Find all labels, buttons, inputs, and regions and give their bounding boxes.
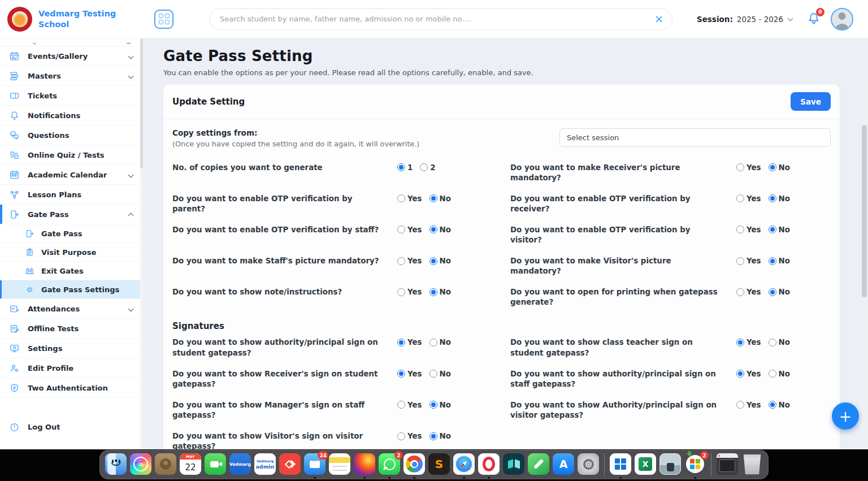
radio-no[interactable]	[429, 401, 437, 409]
finder-dock-icon[interactable]	[105, 453, 127, 475]
settings-row: Do you want to show Manager's sign on st…	[172, 395, 831, 426]
sidebar-item-events-gallery[interactable]: Events/Gallery	[0, 46, 143, 66]
save-button[interactable]: Save	[791, 92, 831, 111]
notifications-bell-icon[interactable]: 0	[807, 11, 821, 27]
sidebar-item-settings[interactable]: Settings	[0, 339, 143, 358]
search-input[interactable]	[209, 8, 672, 30]
firefox-dock-icon[interactable]	[354, 453, 375, 475]
settings-row: Do you want to show Receiver's sign on s…	[172, 363, 831, 395]
vedmarg-dock-icon[interactable]: Vedmarg	[229, 453, 251, 475]
vedmarg-admin-dock-icon[interactable]: Vedmargadmin	[254, 453, 276, 475]
sidebar-item-masters[interactable]: Masters	[0, 66, 143, 86]
sidebar-item-tickets[interactable]: Tickets	[0, 86, 143, 106]
radio-yes[interactable]	[736, 257, 744, 265]
sidebar-item-online-quiz[interactable]: Online Quiz / Tests	[0, 145, 143, 165]
gate-pass-icon	[9, 209, 20, 220]
dock-separator	[711, 453, 711, 476]
session-value[interactable]: 2025 - 2026	[737, 15, 783, 24]
add-fab-button[interactable]: +	[832, 402, 859, 430]
sidebar-item-notifications[interactable]: Notifications	[0, 106, 143, 125]
filmora-dock-icon[interactable]	[503, 453, 524, 475]
calendar-dock-icon[interactable]: MAY22	[180, 453, 201, 475]
radio-yes[interactable]	[397, 194, 405, 202]
photo-window-dock-icon[interactable]	[659, 453, 681, 475]
page-scrollbar[interactable]	[861, 77, 868, 449]
excel-dock-icon[interactable]: X	[635, 453, 656, 475]
radio-yes[interactable]	[736, 163, 744, 171]
system-preferences-dock-icon[interactable]	[578, 453, 599, 475]
sidebar-item-lesson-plans[interactable]: Lesson Plans	[0, 185, 143, 205]
anydesk-dock-icon[interactable]	[279, 453, 301, 475]
radio-copies-2[interactable]	[420, 163, 428, 171]
radio-yes[interactable]	[736, 370, 744, 378]
opera-dock-icon[interactable]	[478, 453, 500, 475]
sidebar-subitem-gate-pass[interactable]: Gate Pass	[0, 224, 143, 243]
mail-dock-icon[interactable]: 24	[304, 453, 326, 475]
contacts-dock-icon[interactable]	[155, 453, 176, 475]
apps-grid-icon[interactable]	[154, 10, 173, 29]
radio-no[interactable]	[429, 288, 437, 296]
radio-yes[interactable]	[397, 288, 405, 296]
radio-no[interactable]	[429, 257, 437, 265]
radio-no[interactable]	[769, 339, 776, 346]
chevron-down-icon	[128, 172, 134, 177]
whatsapp-dock-icon[interactable]: 2	[379, 453, 400, 475]
app-store-dock-icon[interactable]: A	[553, 453, 574, 475]
facetime-dock-icon[interactable]	[205, 453, 226, 475]
radio-yes[interactable]	[397, 401, 405, 409]
radio-no[interactable]	[429, 339, 437, 346]
notes-dock-icon[interactable]	[329, 453, 350, 475]
radio-group-yesno: Yes No	[397, 337, 510, 346]
sidebar-subitem-exit-gates[interactable]: Exit Gates	[0, 262, 143, 280]
radio-yes[interactable]	[736, 401, 744, 409]
clear-search-icon[interactable]: ×	[654, 12, 663, 26]
microsoft-update-dock-icon[interactable]: 2	[684, 453, 706, 475]
select-session-dropdown[interactable]: Select session	[559, 128, 831, 147]
radio-no[interactable]	[769, 163, 776, 171]
radio-copies-1[interactable]	[397, 163, 405, 171]
windows-dock-icon[interactable]	[610, 453, 631, 475]
radio-no[interactable]	[429, 194, 437, 202]
avatar[interactable]	[831, 8, 853, 31]
radio-yes[interactable]	[397, 432, 405, 440]
radio-no[interactable]	[769, 226, 776, 233]
sublime-text-dock-icon[interactable]: S	[428, 453, 450, 475]
radio-yes[interactable]	[736, 226, 744, 233]
page-content: Gate Pass Setting You can enable the opt…	[143, 38, 868, 449]
radio-no[interactable]	[769, 194, 776, 202]
radio-no[interactable]	[769, 401, 776, 409]
sidebar-scrollbar[interactable]	[140, 38, 143, 449]
sidebar-item-logout[interactable]: Log Out	[0, 417, 143, 437]
chrome-dock-icon[interactable]	[403, 453, 425, 475]
radio-no[interactable]	[429, 432, 437, 440]
photos-dock-icon[interactable]: ∞	[130, 453, 151, 475]
radio-yes[interactable]	[397, 339, 405, 346]
evernote-dock-icon[interactable]	[528, 453, 549, 475]
sidebar-item-attendances[interactable]: Attendances	[0, 299, 143, 319]
safari-dock-icon[interactable]	[453, 453, 475, 475]
radio-yes[interactable]	[397, 226, 405, 233]
sidebar-item-questions[interactable]: Questions	[0, 125, 143, 145]
radio-no[interactable]	[429, 226, 437, 233]
radio-no[interactable]	[429, 370, 437, 378]
sidebar-item-two-authentication[interactable]: Two Authentication	[0, 378, 143, 398]
chevron-down-icon[interactable]	[788, 16, 793, 21]
radio-yes[interactable]	[397, 370, 405, 378]
sidebar-subitem-visit-purpose[interactable]: Visit Purpose	[0, 243, 143, 262]
radio-yes[interactable]	[736, 339, 744, 346]
sidebar-item-gate-pass[interactable]: Gate Pass	[0, 205, 143, 224]
sidebar-item-edit-profile[interactable]: Edit Profile	[0, 358, 143, 378]
radio-no[interactable]	[769, 257, 776, 265]
radio-yes[interactable]	[736, 194, 744, 202]
sidebar-item-clipped[interactable]	[0, 39, 143, 46]
radio-no[interactable]	[769, 370, 776, 378]
sidebar-item-academic-calendar[interactable]: Academic Calendar	[0, 165, 143, 185]
sidebar-item-offline-tests[interactable]: Offline Tests	[0, 319, 143, 339]
sidebar-subitem-gate-pass-settings[interactable]: Gate Pass Settings	[0, 280, 143, 299]
question-label: Do you want to make Visitor's picture ma…	[510, 256, 736, 276]
trash-dock-icon[interactable]	[741, 453, 763, 475]
radio-no[interactable]	[769, 288, 776, 296]
minimized-window-dock-icon[interactable]	[717, 453, 738, 475]
radio-yes[interactable]	[397, 257, 405, 265]
radio-yes[interactable]	[736, 288, 744, 296]
